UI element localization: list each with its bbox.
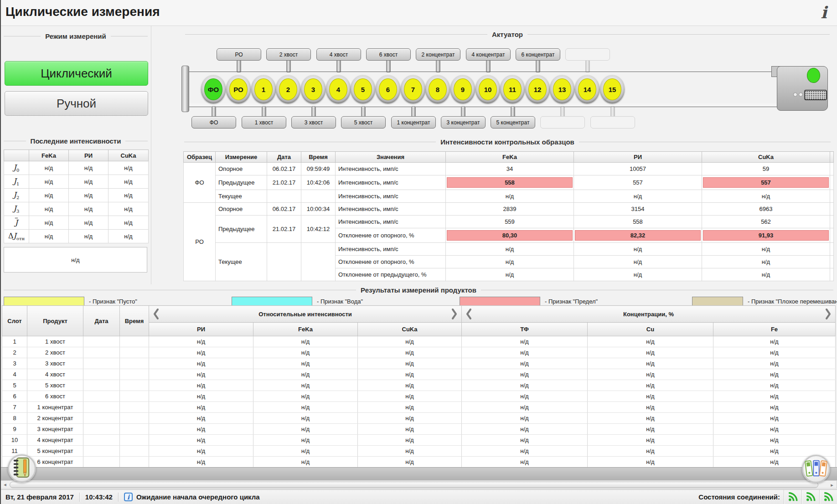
legend-water: - Признак "Вода" xyxy=(232,297,363,306)
product-row[interactable]: 33 хвостн/дн/дн/дн/дн/дн/д xyxy=(2,358,836,369)
cell-ri: н/д xyxy=(149,369,253,380)
port-label-4tail[interactable]: 4 хвост xyxy=(316,48,361,61)
cuka-cell: 59 xyxy=(702,163,830,175)
product-row[interactable]: 22 хвостн/дн/дн/дн/дн/дн/д xyxy=(2,347,836,358)
port-label-1conc[interactable]: 1 концентрат xyxy=(391,116,436,129)
info-icon[interactable]: i xyxy=(821,3,827,22)
port-label-1tail[interactable]: 1 хвост xyxy=(242,116,286,129)
actuator-position-3[interactable]: 3 xyxy=(301,75,326,103)
products-title: Результаты измерений продуктов xyxy=(4,286,833,294)
actuator-position-10[interactable]: 10 xyxy=(475,75,500,103)
actuator-position-8[interactable]: 8 xyxy=(425,75,450,103)
info-bubble-icon: i xyxy=(124,493,133,501)
cell: н/д xyxy=(69,216,108,230)
cell-tf: н/д xyxy=(462,424,588,435)
product-row[interactable]: 82 концентратн/дн/дн/дн/дн/дн/д xyxy=(2,413,836,424)
table-header-row: FeKa РИ CuKa xyxy=(4,150,149,161)
port-stem xyxy=(585,60,590,72)
value-label-cell: Отклонение от опорного, % xyxy=(336,228,446,243)
port-stem xyxy=(461,106,465,117)
actuator-position-12[interactable]: 12 xyxy=(525,75,550,103)
actuator-position-6[interactable]: 6 xyxy=(376,75,400,103)
cell: н/д xyxy=(29,216,69,230)
ri-cell: 558 xyxy=(574,216,702,228)
journal-button[interactable] xyxy=(8,454,36,483)
actuator-position-ro[interactable]: РО xyxy=(226,75,251,103)
cell: н/д xyxy=(69,175,108,189)
cell-feka: н/д xyxy=(253,446,358,457)
cell-ri: н/д xyxy=(149,446,253,457)
cell-product: 1 концентрат xyxy=(27,402,83,413)
actuator-position-9[interactable]: 9 xyxy=(450,75,475,103)
port-label-fo[interactable]: ФО xyxy=(191,116,236,129)
legend-empty-swatch xyxy=(4,297,84,306)
cell: н/д xyxy=(108,175,149,189)
cell: н/д xyxy=(29,230,69,243)
scroll-left-icon[interactable] xyxy=(465,307,473,321)
port-label-ro[interactable]: РО xyxy=(217,48,261,61)
scroll-left-icon[interactable] xyxy=(152,307,160,321)
scrollbar-left-arrow[interactable]: ◂ xyxy=(1,481,9,488)
actuator-position-4[interactable]: 4 xyxy=(326,75,351,103)
cell: н/д xyxy=(69,230,108,243)
cell-cu: н/д xyxy=(588,413,713,424)
product-row[interactable]: 115 концентратн/дн/дн/дн/дн/дн/д xyxy=(2,446,836,457)
manual-mode-button[interactable]: Ручной xyxy=(5,91,148,116)
cell-tf: н/д xyxy=(462,435,588,446)
status-message-group: i Ожидание начала очередного цикла xyxy=(119,493,265,501)
port-label-4conc[interactable]: 4 концентрат xyxy=(466,48,511,61)
actuator-position-14[interactable]: 14 xyxy=(575,75,599,103)
time-cell xyxy=(301,190,336,203)
cell: н/д xyxy=(29,189,69,202)
port-label-5conc[interactable]: 5 концентрат xyxy=(491,116,535,129)
product-row[interactable]: 71 концентратн/дн/дн/дн/дн/дн/д xyxy=(2,402,836,413)
cell-slot: 8 xyxy=(2,413,27,424)
actuator-position-11[interactable]: 11 xyxy=(500,75,525,103)
actuator-position-fo[interactable]: ФО xyxy=(201,75,226,103)
scrollbar-right-arrow[interactable]: ▸ xyxy=(828,481,836,489)
table-header-row: Образец Измерение Дата Время Значения Fe… xyxy=(184,152,834,163)
date-cell: 06.02.17 xyxy=(267,163,301,175)
control-samples-panel: Интенсивности контрольных образцов Образ… xyxy=(181,137,833,278)
product-row[interactable]: 11 хвостн/дн/дн/дн/дн/дн/д xyxy=(2,336,836,347)
actuator-position-1[interactable]: 1 xyxy=(251,75,276,103)
product-row[interactable]: 104 концентратн/дн/дн/дн/дн/дн/д xyxy=(2,435,836,446)
product-row[interactable]: 126 концентратн/дн/дн/дн/дн/дн/д xyxy=(2,457,836,468)
cyclic-mode-button[interactable]: Циклический xyxy=(5,61,148,86)
scrollbar-thumb[interactable] xyxy=(10,482,818,488)
actuator-position-7[interactable]: 7 xyxy=(401,75,425,103)
actuator-position-2[interactable]: 2 xyxy=(276,75,300,103)
cell-cuka: н/д xyxy=(358,358,462,369)
actuator-position-13[interactable]: 13 xyxy=(550,75,574,103)
port-label-2conc[interactable]: 2 концентрат xyxy=(416,48,460,61)
cell-tf: н/д xyxy=(462,457,588,468)
product-row[interactable]: 55 хвостн/дн/дн/дн/дн/дн/д xyxy=(2,380,836,391)
journal-icon xyxy=(12,457,31,480)
product-row[interactable]: 44 хвостн/дн/дн/дн/дн/дн/д xyxy=(2,369,836,380)
value-label-cell: Интенсивность, имп/с xyxy=(336,190,446,203)
scroll-right-icon[interactable] xyxy=(450,307,459,321)
measurement-cell: Предыдущее xyxy=(216,216,267,243)
legend-empty: - Признак "Пусто" xyxy=(4,297,137,306)
port-label-6conc[interactable]: 6 концентрат xyxy=(516,48,560,61)
scroll-right-icon[interactable] xyxy=(824,307,832,321)
row-label: J0 xyxy=(4,161,29,175)
device-led-indicator xyxy=(807,68,820,83)
archive-button[interactable] xyxy=(802,455,830,483)
feka-cell-alert: 80,30 xyxy=(446,228,574,243)
port-label-6tail[interactable]: 6 хвост xyxy=(366,48,411,61)
cell-date xyxy=(83,446,120,457)
actuator-position-5[interactable]: 5 xyxy=(351,75,375,103)
port-label-5tail[interactable]: 5 хвост xyxy=(341,116,386,129)
table-row: ΔJотнн/дн/дн/д xyxy=(4,230,149,243)
value-label-cell: Интенсивность, имп/с xyxy=(336,243,446,256)
product-row[interactable]: 93 концентратн/дн/дн/дн/дн/дн/д xyxy=(2,424,836,435)
port-label-3conc[interactable]: 3 концентрат xyxy=(441,116,486,129)
horizontal-scrollbar[interactable]: ◂ ▸ xyxy=(0,480,837,489)
actuator-position-15[interactable]: 15 xyxy=(600,75,625,103)
port-label-3tail[interactable]: 3 хвост xyxy=(291,116,336,129)
port-label-2tail[interactable]: 2 хвост xyxy=(266,48,311,61)
value-label-cell: Интенсивность, имп/с xyxy=(336,175,446,190)
product-row[interactable]: 66 хвостн/дн/дн/дн/дн/дн/д xyxy=(2,391,836,402)
mode-panel-title: Режим измерений xyxy=(4,32,148,40)
